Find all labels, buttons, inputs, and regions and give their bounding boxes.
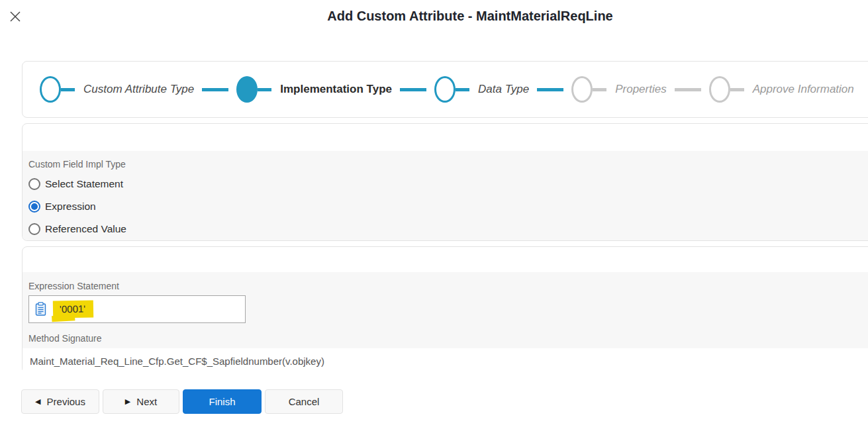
step-connector <box>400 88 426 91</box>
page-title: Add Custom Attribute - MaintMaterialReqL… <box>0 9 868 24</box>
step-approve-information: Approve Information <box>709 76 854 103</box>
radio-referenced-value[interactable]: Referenced Value <box>28 221 868 237</box>
step-connector <box>675 88 701 91</box>
expression-statement-input[interactable]: '0001' <box>28 295 246 323</box>
method-signature-strip: Maint_Material_Req_Line_Cfp.Get_CF$_Sapf… <box>23 348 868 373</box>
radio-icon[interactable] <box>28 223 40 235</box>
step-label: Data Type <box>478 83 529 96</box>
step-connector <box>258 88 271 91</box>
radio-label: Select Statement <box>45 178 123 190</box>
step-circle-icon[interactable] <box>434 76 456 103</box>
step-circle-icon[interactable] <box>709 76 730 103</box>
radio-checked-icon[interactable] <box>28 201 40 213</box>
method-signature-label: Method Signature <box>28 333 868 344</box>
radio-select-statement[interactable]: Select Statement <box>28 176 868 192</box>
radio-label: Referenced Value <box>45 223 126 235</box>
step-circle-icon[interactable] <box>40 76 61 103</box>
finish-button[interactable]: Finish <box>183 389 262 414</box>
expression-panel: Expression Statement '0001' Method Signa… <box>23 272 868 373</box>
notepad-icon <box>35 302 46 316</box>
step-custom-attribute-type: Custom Attribute Type <box>40 76 236 103</box>
wizard-stepper: Custom Attribute Type Implementation Typ… <box>22 61 868 118</box>
step-connector <box>537 88 563 91</box>
step-connector <box>456 88 469 91</box>
step-label: Approve Information <box>753 83 854 96</box>
expression-statement-label: Expression Statement <box>28 281 868 291</box>
impl-type-section: Custom Field Impl Type Select Statement … <box>22 123 868 241</box>
expression-section: Expression Statement '0001' Method Signa… <box>22 246 868 373</box>
previous-button[interactable]: ◀ Previous <box>21 389 99 414</box>
next-button[interactable]: ▶ Next <box>103 389 179 414</box>
step-label: Properties <box>615 83 666 96</box>
cancel-button-label: Cancel <box>289 396 320 407</box>
step-data-type: Data Type <box>434 76 571 103</box>
step-properties: Properties <box>571 76 708 103</box>
radio-icon[interactable] <box>28 178 40 190</box>
step-connector <box>730 88 744 91</box>
cancel-button[interactable]: Cancel <box>265 389 343 414</box>
impl-type-label: Custom Field Impl Type <box>28 159 868 170</box>
step-label: Custom Attribute Type <box>83 83 194 96</box>
step-circle-icon[interactable] <box>571 76 593 103</box>
step-implementation-type: Implementation Type <box>236 76 434 103</box>
arrow-left-icon: ◀ <box>35 397 40 406</box>
step-connector <box>202 88 228 91</box>
section-spacer <box>23 124 868 151</box>
expression-statement-value: '0001' <box>53 300 94 318</box>
radio-expression[interactable]: Expression <box>28 199 868 215</box>
step-label: Implementation Type <box>280 83 392 96</box>
step-connector <box>593 88 606 91</box>
method-signature-value: Maint_Material_Req_Line_Cfp.Get_CF$_Sapf… <box>30 356 324 367</box>
wizard-footer: ◀ Previous ▶ Next Finish Cancel <box>21 389 343 414</box>
previous-button-label: Previous <box>47 396 85 407</box>
radio-label: Expression <box>45 201 96 213</box>
impl-type-panel: Custom Field Impl Type Select Statement … <box>23 151 868 240</box>
next-button-label: Next <box>136 396 157 407</box>
finish-button-label: Finish <box>209 396 235 407</box>
arrow-right-icon: ▶ <box>125 397 130 406</box>
step-circle-icon[interactable] <box>236 76 258 103</box>
step-connector <box>61 88 75 91</box>
section-spacer <box>23 247 868 272</box>
